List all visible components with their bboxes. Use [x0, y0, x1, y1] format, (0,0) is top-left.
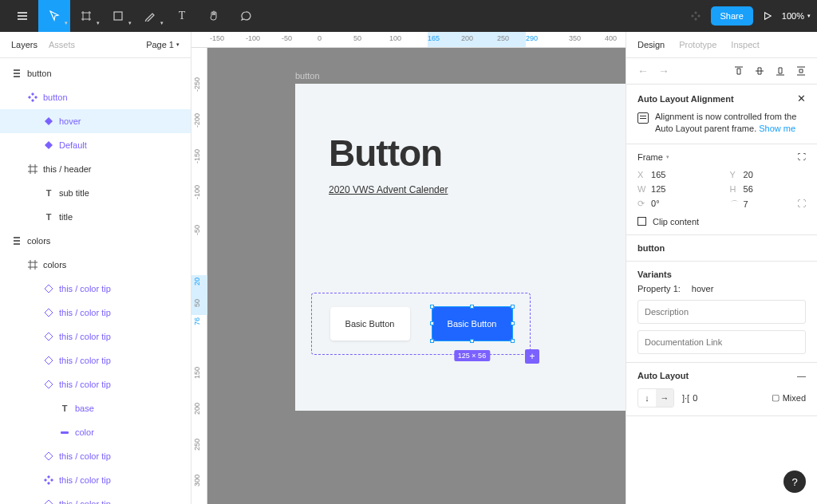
documentation-link-input[interactable] — [637, 330, 806, 354]
frame-dropdown[interactable]: Frame — [637, 152, 663, 162]
add-variant-button[interactable]: + — [525, 349, 539, 364]
resize-handle[interactable] — [511, 305, 515, 309]
padding-value[interactable]: Mixed — [783, 393, 806, 403]
layer-row[interactable]: colors — [0, 229, 191, 253]
pen-tool[interactable]: ▾ — [134, 0, 166, 32]
layer-row[interactable]: Tsub title — [0, 181, 191, 205]
component-icon[interactable] — [690, 10, 701, 22]
h-input[interactable]: 56 — [744, 184, 753, 194]
ruler-vertical: -250-200-150-100-50205076150200250300 — [191, 48, 207, 504]
show-me-link[interactable]: Show me — [759, 124, 795, 133]
layer-row[interactable]: color — [0, 420, 191, 444]
text-icon: T — [179, 10, 186, 22]
resize-handle[interactable] — [430, 321, 434, 325]
layer-label: base — [75, 404, 94, 413]
chevron-down-icon: ▾ — [176, 41, 180, 48]
comment-tool[interactable] — [230, 0, 262, 32]
x-input[interactable]: 165 — [651, 170, 665, 179]
align-vcenter-icon[interactable] — [755, 66, 764, 76]
inspect-tab[interactable]: Inspect — [731, 40, 759, 49]
share-button[interactable]: Share — [711, 6, 753, 26]
resize-handle[interactable] — [511, 339, 515, 343]
shape-tool[interactable]: ▾ — [102, 0, 134, 32]
layer-row[interactable]: hover — [0, 109, 191, 133]
layer-row[interactable]: this / header — [0, 157, 191, 181]
back-button[interactable]: ← — [637, 65, 649, 77]
property-value[interactable]: hover — [692, 284, 714, 293]
zoom-select[interactable]: 100% ▾ — [782, 11, 811, 21]
vertical-dir[interactable]: ↓ — [638, 389, 656, 407]
assets-tab[interactable]: Assets — [49, 40, 75, 49]
frame-tool[interactable]: ▾ — [70, 0, 102, 32]
radius-input[interactable]: 7 — [744, 199, 748, 209]
layers-tab[interactable]: Layers — [11, 40, 37, 49]
move-tool[interactable]: ▾ — [38, 0, 70, 32]
distribute-icon[interactable] — [796, 66, 806, 76]
ruler-tick: -200 — [193, 113, 201, 128]
description-input[interactable] — [637, 300, 806, 324]
text-align-icon — [637, 112, 649, 124]
resize-handle[interactable] — [470, 305, 474, 309]
layer-row[interactable]: colors — [0, 253, 191, 277]
gap-input[interactable]: 0 — [693, 393, 697, 403]
outline-icon — [43, 355, 54, 366]
frame-label[interactable]: button — [295, 71, 320, 81]
ruler-horizontal: -150-100-50050100165200250290350400450 — [191, 32, 626, 48]
resize-handle[interactable] — [470, 339, 474, 343]
hand-tool[interactable] — [198, 0, 230, 32]
variant-container[interactable]: Basic Button Basic Button — [311, 293, 531, 355]
rotation-input[interactable]: 0° — [651, 199, 660, 208]
w-input[interactable]: 125 — [651, 184, 665, 194]
button-hover-selected[interactable]: Basic Button 125 × 56 — [432, 307, 512, 341]
layer-row[interactable]: this / color tip — [0, 325, 191, 348]
text-tool[interactable]: T — [166, 0, 198, 32]
page-selector[interactable]: Page 1 ▾ — [146, 40, 180, 49]
forward-button[interactable]: → — [658, 65, 669, 77]
direction-toggle[interactable]: ↓ → — [637, 388, 674, 408]
ruler-tick: 250 — [497, 34, 509, 42]
resize-handle[interactable] — [511, 321, 515, 325]
design-tab[interactable]: Design — [637, 40, 665, 49]
layer-row[interactable]: Tbase — [0, 396, 191, 420]
prototype-tab[interactable]: Prototype — [679, 40, 716, 49]
ruler-tick: -150 — [193, 149, 201, 163]
layer-row[interactable]: this / color tip — [0, 277, 191, 301]
layer-row[interactable]: this / color tip — [0, 301, 191, 325]
layer-row[interactable]: this / color tip — [0, 444, 191, 468]
clip-checkbox[interactable] — [637, 217, 646, 226]
layer-row[interactable]: button — [0, 85, 191, 109]
frame-button[interactable]: button Button 2020 VWS Advent Calender B… — [295, 84, 626, 411]
layer-label: colors — [27, 236, 50, 246]
play-icon[interactable] — [763, 11, 772, 21]
layer-label: sub title — [59, 188, 89, 198]
cursor-icon — [49, 10, 60, 22]
page-label: Page 1 — [146, 40, 174, 49]
ruler-tick: 250 — [193, 439, 201, 451]
resize-to-fit-icon[interactable]: ⛶ — [798, 152, 806, 161]
layer-label: color — [75, 427, 94, 437]
resize-handle[interactable] — [430, 305, 434, 309]
rect-icon — [112, 10, 124, 22]
layer-row[interactable]: this / color tip — [0, 492, 191, 504]
properties-panel: Design Prototype Inspect ← → Auto Layout… — [626, 32, 817, 504]
component-name-section: button — [626, 235, 817, 262]
layer-row[interactable]: this / color tip — [0, 372, 191, 396]
ruler-tick: 76 — [193, 317, 201, 325]
independent-corners-icon[interactable]: ⛶ — [797, 199, 806, 211]
layer-row[interactable]: Ttitle — [0, 205, 191, 229]
close-icon[interactable]: ✕ — [797, 93, 806, 104]
help-button[interactable]: ? — [783, 471, 806, 493]
align-bottom-icon[interactable] — [776, 66, 785, 76]
y-input[interactable]: 20 — [744, 170, 753, 179]
layer-row[interactable]: button — [0, 61, 191, 85]
horizontal-dir[interactable]: → — [656, 389, 673, 407]
layer-row[interactable]: Default — [0, 133, 191, 157]
button-default[interactable]: Basic Button — [330, 307, 410, 341]
layer-row[interactable]: this / color tip — [0, 468, 191, 492]
align-top-icon[interactable] — [734, 66, 744, 76]
canvas[interactable]: button Button 2020 VWS Advent Calender B… — [207, 48, 626, 504]
layer-row[interactable]: this / color tip — [0, 348, 191, 372]
remove-button[interactable]: — — [797, 371, 806, 380]
resize-handle[interactable] — [430, 339, 434, 343]
menu-button[interactable] — [6, 0, 38, 32]
